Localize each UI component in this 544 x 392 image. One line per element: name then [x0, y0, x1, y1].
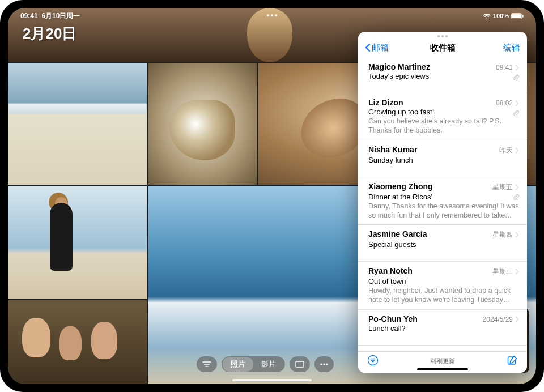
attachment-icon — [513, 108, 519, 118]
mail-preview: Danny, Thanks for the awesome evening! I… — [368, 202, 519, 220]
mail-status-text: 刚刚更新 — [430, 357, 455, 365]
mail-subject: Growing up too fast! — [368, 108, 519, 116]
photo-thumbnail[interactable] — [8, 63, 147, 185]
compose-button[interactable] — [507, 355, 518, 368]
mail-timestamp: 09:41 — [496, 63, 519, 71]
status-time: 09:41 — [20, 12, 38, 20]
mail-item[interactable]: Jasmine Garcia 星期四 Special guests — [358, 225, 527, 262]
mail-list[interactable]: Magico Martinez 09:41 Today's epic views… — [358, 56, 527, 351]
mail-item[interactable]: Po-Chun Yeh 2024/5/29 Lunch call? — [358, 310, 527, 346]
chevron-left-icon — [365, 43, 371, 52]
photo-thumbnail[interactable] — [8, 300, 147, 384]
mail-slideover-panel: 邮箱 收件箱 编辑 Magico Martinez 09:41 Today's … — [358, 32, 527, 373]
more-button[interactable] — [314, 356, 334, 372]
battery-percent: 100% — [493, 12, 509, 19]
ellipsis-icon — [320, 363, 328, 365]
mail-sender: Liz Dizon — [368, 98, 492, 107]
mail-item[interactable]: Magico Martinez 09:41 Today's epic views — [358, 58, 527, 93]
aspect-button[interactable] — [290, 356, 310, 372]
mail-subject: Today's epic views — [368, 72, 519, 80]
filter-circle-icon — [367, 355, 379, 366]
tab-videos[interactable]: 影片 — [253, 357, 284, 372]
mail-sender: Xiaomeng Zhong — [368, 182, 489, 191]
status-left: 09:41 6月10日周一 — [20, 11, 80, 21]
mail-timestamp: 昨天 — [499, 146, 519, 155]
aspect-icon — [295, 361, 304, 368]
mail-timestamp: 星期四 — [492, 230, 519, 240]
slideover-home-indicator[interactable] — [417, 368, 468, 370]
mail-sender: Po-Chun Yeh — [368, 314, 479, 323]
home-indicator[interactable] — [232, 379, 312, 381]
mail-item[interactable]: Xiaomeng Zhong 星期五 Dinner at the Ricos' … — [358, 177, 527, 225]
inbox-title: 收件箱 — [430, 42, 456, 53]
mail-item[interactable]: Ryan Notch 星期三 Out of town Howdy, neighb… — [358, 262, 527, 310]
status-date: 6月10日周一 — [41, 12, 80, 20]
slideover-handle[interactable] — [437, 35, 448, 37]
multitasking-handle[interactable] — [264, 11, 280, 19]
filter-button[interactable] — [197, 356, 217, 372]
mail-item[interactable]: Liz Dizon 08:02 Growing up too fast! Can… — [358, 93, 527, 140]
svg-rect-1 — [512, 14, 521, 18]
mail-subject: Out of town — [368, 277, 519, 286]
svg-rect-6 — [296, 361, 304, 367]
mail-sender: Ryan Notch — [368, 266, 489, 275]
filter-icon — [202, 361, 211, 368]
wifi-icon — [483, 13, 491, 19]
mail-sender: Magico Martinez — [368, 62, 492, 71]
svg-point-7 — [320, 363, 322, 365]
mail-timestamp: 08:02 — [496, 99, 519, 107]
mail-subject: Lunch call? — [368, 324, 519, 333]
back-button[interactable]: 邮箱 — [365, 42, 389, 53]
back-label: 邮箱 — [372, 42, 389, 53]
photos-date-title: 2月20日 — [23, 24, 76, 44]
mail-timestamp: 星期五 — [492, 182, 519, 192]
filter-mail-button[interactable] — [367, 355, 379, 368]
photo-thumbnail[interactable] — [8, 186, 147, 299]
mail-timestamp: 2024/5/29 — [483, 316, 519, 323]
tab-photos[interactable]: 照片 — [223, 357, 253, 372]
mail-preview: Can you believe she's already so tall? P… — [368, 117, 519, 135]
attachment-icon — [513, 192, 519, 202]
compose-icon — [507, 355, 518, 366]
mail-item[interactable]: Nisha Kumar 昨天 Sunday lunch — [358, 140, 527, 177]
edit-button[interactable]: 编辑 — [503, 42, 520, 53]
mail-subject: Special guests — [368, 240, 519, 249]
battery-icon — [511, 13, 524, 19]
attachment-icon — [513, 73, 519, 83]
mail-subject: Dinner at the Ricos' — [368, 193, 519, 201]
mail-sender: Nisha Kumar — [368, 145, 496, 154]
mail-preview: Howdy, neighbor, Just wanted to drop a q… — [368, 286, 519, 305]
svg-point-8 — [323, 363, 325, 365]
mail-sender: Jasmine Garcia — [368, 229, 489, 238]
mail-timestamp: 星期三 — [492, 267, 519, 276]
photos-bottom-toolbar: 照片 影片 — [197, 356, 334, 373]
photo-thumbnail[interactable] — [148, 63, 257, 185]
mail-subject: Sunday lunch — [368, 156, 519, 164]
svg-rect-2 — [522, 15, 524, 17]
svg-point-9 — [326, 363, 328, 365]
